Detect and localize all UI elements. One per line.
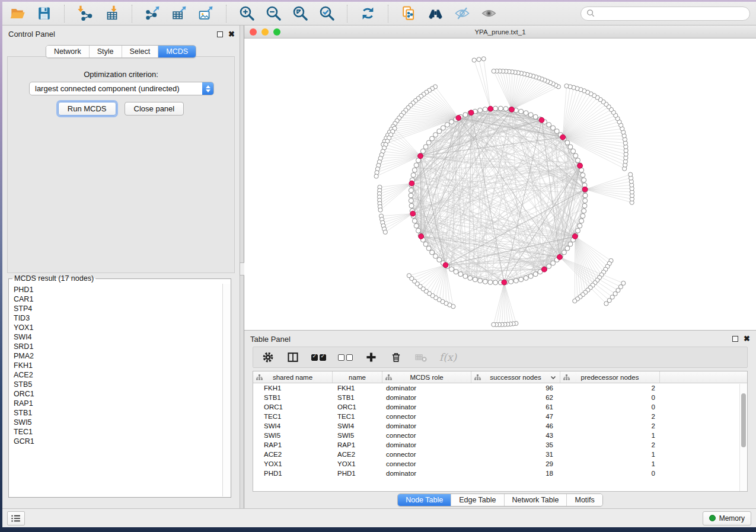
- column-header[interactable]: successor nodes: [471, 371, 560, 383]
- table-row[interactable]: STB1STB1dominator620: [253, 393, 747, 402]
- close-panel-button[interactable]: Close panel: [125, 102, 184, 116]
- hide-selection-button[interactable]: [453, 5, 471, 23]
- add-entry-icon: [365, 351, 378, 364]
- mcds-result-node[interactable]: FKH1: [14, 361, 222, 370]
- panel-splitter[interactable]: [240, 25, 244, 508]
- zoom-in-button[interactable]: [238, 5, 256, 23]
- mcds-result-node[interactable]: GCR1: [14, 437, 222, 446]
- search-box: [580, 7, 750, 21]
- delete-entry-button[interactable]: [390, 349, 403, 366]
- tab-style[interactable]: Style: [90, 46, 122, 57]
- table-row[interactable]: FKH1FKH1dominator962: [253, 383, 747, 393]
- table-row[interactable]: RAP1RAP1dominator352: [253, 440, 747, 450]
- column-header[interactable]: predecessor nodes: [560, 371, 660, 383]
- zoom-fit-button[interactable]: [291, 5, 309, 23]
- float-panel-icon[interactable]: [217, 31, 223, 37]
- table-row[interactable]: SWI5SWI5connector431: [253, 431, 747, 440]
- node-table: shared namenameMCDS rolesuccessor nodesp…: [253, 371, 748, 492]
- mcds-result-node[interactable]: TID3: [14, 313, 222, 323]
- mcds-result-node[interactable]: STB1: [14, 408, 222, 418]
- tab-edge-table[interactable]: Edge Table: [451, 494, 504, 506]
- table-cell: connector: [382, 460, 471, 467]
- memory-button[interactable]: Memory: [703, 511, 751, 525]
- open-folder-icon: [9, 5, 25, 21]
- mcds-result-node[interactable]: STB5: [14, 380, 222, 389]
- mcds-result-node[interactable]: SWI4: [14, 332, 222, 342]
- mcds-result-node[interactable]: YOX1: [14, 323, 222, 332]
- open-session-button[interactable]: [8, 5, 26, 23]
- settings-gear-button[interactable]: [261, 349, 275, 366]
- close-table-panel-icon[interactable]: ✖: [744, 336, 750, 342]
- column-header[interactable]: name: [333, 371, 382, 383]
- tab-network-table[interactable]: Network Table: [505, 494, 567, 506]
- network-view-window: YPA_prune.txt_1: [244, 25, 756, 331]
- zoom-selected-button[interactable]: [318, 5, 336, 23]
- mcds-result-node[interactable]: TEC1: [14, 427, 222, 437]
- close-panel-icon[interactable]: ✖: [228, 31, 235, 37]
- import-table-button[interactable]: [103, 5, 120, 23]
- table-row[interactable]: PHD1PHD1dominator180: [253, 469, 747, 478]
- export-table-button[interactable]: [170, 5, 188, 23]
- mcds-result-node[interactable]: SWI5: [14, 418, 222, 427]
- search-input[interactable]: [598, 9, 744, 18]
- table-row[interactable]: TEC1TEC1connector472: [253, 412, 747, 421]
- show-eye-icon: [481, 5, 497, 21]
- mcds-result-list[interactable]: PHD1CAR1STP4TID3YOX1SWI4SRD1PMA2FKH1ACE2…: [9, 284, 222, 496]
- table-cell: 18: [471, 470, 560, 477]
- mcds-list-scrollbar[interactable]: [222, 284, 230, 496]
- refresh-button[interactable]: [359, 5, 377, 23]
- zoom-out-icon: [266, 5, 282, 21]
- table-cell: 1: [560, 460, 660, 467]
- save-session-button[interactable]: [35, 5, 53, 23]
- split-panel-button[interactable]: [286, 349, 299, 366]
- mcds-result-node[interactable]: RAP1: [14, 399, 222, 408]
- task-history-button[interactable]: [7, 511, 25, 525]
- tab-mcds[interactable]: MCDS: [158, 46, 196, 57]
- table-cell: STB1: [333, 394, 382, 401]
- add-entry-button[interactable]: [365, 349, 378, 366]
- run-mcds-button[interactable]: Run MCDS: [58, 102, 116, 116]
- float-table-panel-icon[interactable]: [732, 336, 738, 342]
- delete-table-button: [414, 349, 428, 366]
- table-cell: FKH1: [253, 384, 333, 392]
- network-canvas[interactable]: [244, 39, 756, 330]
- mcds-result-node[interactable]: CAR1: [14, 294, 222, 304]
- select-all-button[interactable]: [311, 349, 326, 366]
- column-label: shared name: [273, 374, 312, 381]
- table-scrollbar-thumb[interactable]: [741, 393, 746, 447]
- manage-networks-button[interactable]: [400, 5, 417, 23]
- toolbar-buttons: [8, 5, 497, 23]
- export-network-button[interactable]: [143, 5, 161, 23]
- toolbar-separator: [347, 5, 347, 23]
- column-header[interactable]: MCDS role: [382, 371, 471, 383]
- optimization-criterion-select[interactable]: largest connected component (undirected): [29, 82, 214, 95]
- table-panel: Table Panel ✖ f(x) shared namenameMCDS r…: [244, 331, 756, 508]
- tab-select[interactable]: Select: [122, 46, 159, 57]
- first-neighbors-button[interactable]: [426, 5, 444, 23]
- column-label: name: [349, 374, 366, 381]
- mcds-result-node[interactable]: STP4: [14, 304, 222, 313]
- mcds-result-node[interactable]: ORC1: [14, 389, 222, 399]
- import-network-icon: [77, 5, 93, 21]
- show-all-button[interactable]: [480, 5, 497, 23]
- deselect-all-button[interactable]: [338, 349, 353, 366]
- table-row[interactable]: ORC1ORC1dominator610: [253, 402, 747, 412]
- table-row[interactable]: SWI4SWI4dominator462: [253, 421, 747, 431]
- mcds-result-node[interactable]: ACE2: [14, 370, 222, 380]
- table-row[interactable]: YOX1YOX1connector291: [253, 459, 747, 469]
- tab-motifs[interactable]: Motifs: [567, 494, 602, 506]
- table-scrollbar[interactable]: [739, 384, 747, 491]
- mcds-result-node[interactable]: PMA2: [14, 351, 222, 361]
- export-image-button[interactable]: [197, 5, 215, 23]
- control-panel-title: Control Panel: [8, 30, 55, 39]
- zoom-fit-icon: [292, 5, 308, 21]
- mcds-result-node[interactable]: SRD1: [14, 342, 222, 351]
- table-row[interactable]: ACE2ACE2connector311: [253, 450, 747, 459]
- column-header[interactable]: shared name: [253, 371, 333, 383]
- table-cell: ACE2: [253, 451, 333, 458]
- zoom-out-button[interactable]: [264, 5, 282, 23]
- tab-node-table[interactable]: Node Table: [398, 494, 451, 506]
- mcds-result-node[interactable]: PHD1: [14, 285, 222, 294]
- tab-network[interactable]: Network: [46, 46, 90, 57]
- import-network-button[interactable]: [76, 5, 94, 23]
